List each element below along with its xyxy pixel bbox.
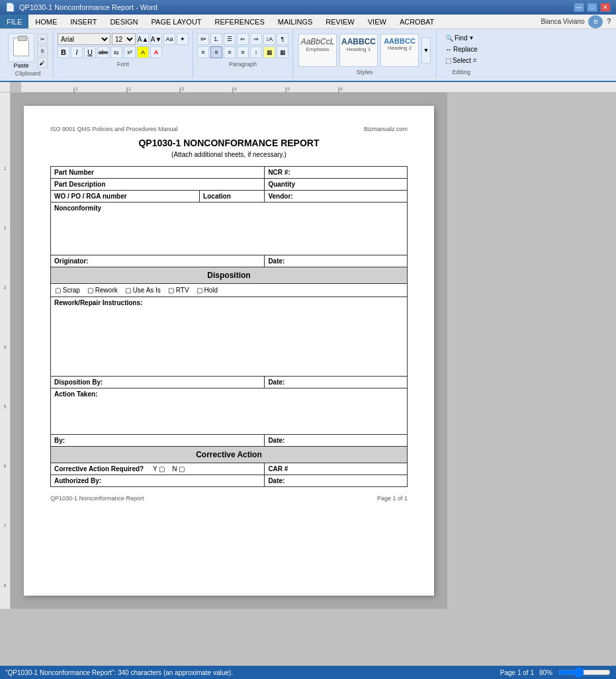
part-desc-label: Part Description xyxy=(51,179,265,191)
align-left-button[interactable]: ≡ xyxy=(197,46,209,58)
font-color-button[interactable]: A xyxy=(150,46,162,58)
no-checkbox[interactable]: ▢ xyxy=(179,465,185,473)
hold-label: Hold xyxy=(204,287,218,294)
subscript-button[interactable]: x₂ xyxy=(110,46,122,58)
header-left: ISO 9001 QMS Policies and Procedures Man… xyxy=(50,126,178,132)
increase-indent-button[interactable]: ⇒ xyxy=(250,33,262,45)
font-size-select[interactable]: 12 xyxy=(112,33,136,45)
restore-button[interactable]: □ xyxy=(587,3,597,12)
style-emphasis[interactable]: AaBbCcL Emphasis xyxy=(298,34,337,67)
disposition-header: Disposition xyxy=(51,267,408,284)
menu-item-view[interactable]: VIEW xyxy=(361,15,393,28)
use-as-is-checkbox[interactable]: ▢ xyxy=(125,287,131,294)
bold-button[interactable]: B xyxy=(58,46,69,58)
format-painter-button[interactable]: 🖌 xyxy=(37,58,48,68)
user-avatar: B xyxy=(588,15,603,28)
close-button[interactable]: ✕ xyxy=(600,3,611,12)
align-right-button[interactable]: ≡ xyxy=(224,46,236,58)
menu-item-file[interactable]: FILE xyxy=(0,15,28,28)
corrective-action-required-label: Corrective Action Required? xyxy=(54,465,144,473)
svg-text:1: 1 xyxy=(75,87,78,91)
rework-instructions-label: Rework/Repair Instructions: xyxy=(51,297,408,377)
table-row: Disposition xyxy=(51,267,408,284)
menu-item-home[interactable]: HOME xyxy=(28,15,64,28)
grow-font-button[interactable]: A▲ xyxy=(137,33,149,45)
clipboard-extras: ✂ ⎘ 🖌 xyxy=(37,34,48,68)
font-name-select[interactable]: Arial xyxy=(58,33,110,45)
menu-item-review[interactable]: REVIEW xyxy=(319,15,361,28)
style-heading1[interactable]: AABBCC Heading 1 xyxy=(339,34,378,67)
align-center-button[interactable]: ≡ xyxy=(210,46,222,58)
authorized-by-label: Authorized By: xyxy=(51,475,265,487)
select-button[interactable]: ⬚ Select = xyxy=(442,56,481,66)
yes-checkbox[interactable]: ▢ xyxy=(159,465,165,473)
italic-button[interactable]: I xyxy=(71,46,83,58)
doc-subtitle: (Attach additional sheets, if necessary.… xyxy=(50,151,408,158)
help-icon[interactable]: ? xyxy=(607,18,611,25)
numbering-button[interactable]: 1. xyxy=(210,33,222,45)
table-row: Corrective Action Required? Y ▢ N ▢ CAR … xyxy=(51,463,408,475)
page-footer: QP1030-1 Nonconformance Report Page 1 of… xyxy=(50,495,408,502)
rework-checkbox[interactable]: ▢ xyxy=(87,287,93,294)
styles-items: AaBbCcL Emphasis AABBCC Heading 1 AABBCC… xyxy=(298,33,431,68)
rtv-label: RTV xyxy=(176,287,189,294)
style-heading2[interactable]: AABBCC Heading 2 xyxy=(380,34,419,67)
checkbox-row-cell: ▢ Scrap ▢ Rework ▢ Use As Is ▢ RTV ▢ xyxy=(51,284,408,297)
clear-formatting-button[interactable]: ✦ xyxy=(177,33,189,45)
by-label: By: xyxy=(51,435,265,447)
decrease-indent-button[interactable]: ⇐ xyxy=(237,33,249,45)
action-taken-label: Action Taken: xyxy=(51,388,408,435)
date2-label: Date: xyxy=(265,377,408,388)
scrap-checkbox[interactable]: ▢ xyxy=(55,287,61,294)
title-bar: 📄 QP1030-1 Nonconformance Report - Word … xyxy=(0,0,616,15)
shading-button[interactable]: ▦ xyxy=(263,46,275,58)
menu-item-references[interactable]: REFERENCES xyxy=(208,15,271,28)
line-spacing-button[interactable]: ↕ xyxy=(250,46,262,58)
menu-item-insert[interactable]: INSERT xyxy=(64,15,103,28)
borders-button[interactable]: ▦ xyxy=(277,46,288,58)
multilevel-button[interactable]: ☰ xyxy=(224,33,236,45)
paste-label: Paste xyxy=(13,62,28,69)
table-row: Corrective Action xyxy=(51,447,408,463)
justify-button[interactable]: ≡ xyxy=(237,46,249,58)
table-row: Part Description Quantity xyxy=(51,179,408,191)
strikethrough-button[interactable]: abc xyxy=(97,46,109,58)
header-right: Bizmanualz.com xyxy=(364,126,408,132)
disposition-by-label: Disposition By: xyxy=(51,377,265,388)
underline-button[interactable]: U xyxy=(84,46,96,58)
find-button[interactable]: 🔍 Find ▼ xyxy=(442,33,481,43)
change-case-button[interactable]: Aa xyxy=(163,33,175,45)
car-label: CAR # xyxy=(265,463,408,475)
editing-section: 🔍 Find ▼ ↔ Replace ⬚ Select = Editing xyxy=(437,30,486,78)
clipboard-label: Clipboard xyxy=(15,70,41,77)
originator-label: Originator: xyxy=(51,255,265,267)
menu-item-design[interactable]: DESIGN xyxy=(103,15,144,28)
rtv-checkbox[interactable]: ▢ xyxy=(168,287,174,294)
table-row: ▢ Scrap ▢ Rework ▢ Use As Is ▢ RTV ▢ xyxy=(51,284,408,297)
replace-button[interactable]: ↔ Replace xyxy=(442,44,481,54)
menu-item-mailings[interactable]: MAILINGS xyxy=(271,15,320,28)
show-hide-button[interactable]: ¶ xyxy=(277,33,288,45)
styles-scroll-button[interactable]: ▼ xyxy=(421,37,431,64)
paste-group: Paste xyxy=(8,33,34,69)
sort-button[interactable]: ↕A xyxy=(263,33,275,45)
minimize-button[interactable]: — xyxy=(574,3,584,12)
location-label: Location xyxy=(200,191,265,203)
no-label: N xyxy=(172,465,177,473)
shrink-font-button[interactable]: A▼ xyxy=(150,33,162,45)
title-bar-controls: — □ ✕ xyxy=(574,3,611,12)
superscript-button[interactable]: x² xyxy=(124,46,136,58)
doc-title: QP1030-1 NONCONFORMANCE REPORT xyxy=(50,138,408,148)
bullets-button[interactable]: ≡• xyxy=(197,33,209,45)
editing-label: Editing xyxy=(442,69,481,75)
cut-button[interactable]: ✂ xyxy=(37,34,48,44)
scrap-label: Scrap xyxy=(63,287,80,294)
svg-text:4: 4 xyxy=(234,87,237,91)
text-highlight-button[interactable]: A xyxy=(137,46,149,58)
hold-checkbox[interactable]: ▢ xyxy=(197,287,202,294)
table-row: Nonconformity xyxy=(51,203,408,255)
paste-button[interactable] xyxy=(8,33,34,62)
menu-item-acrobat[interactable]: ACROBAT xyxy=(393,15,441,28)
menu-item-page-layout[interactable]: PAGE LAYOUT xyxy=(145,15,208,28)
copy-button[interactable]: ⎘ xyxy=(37,46,48,56)
